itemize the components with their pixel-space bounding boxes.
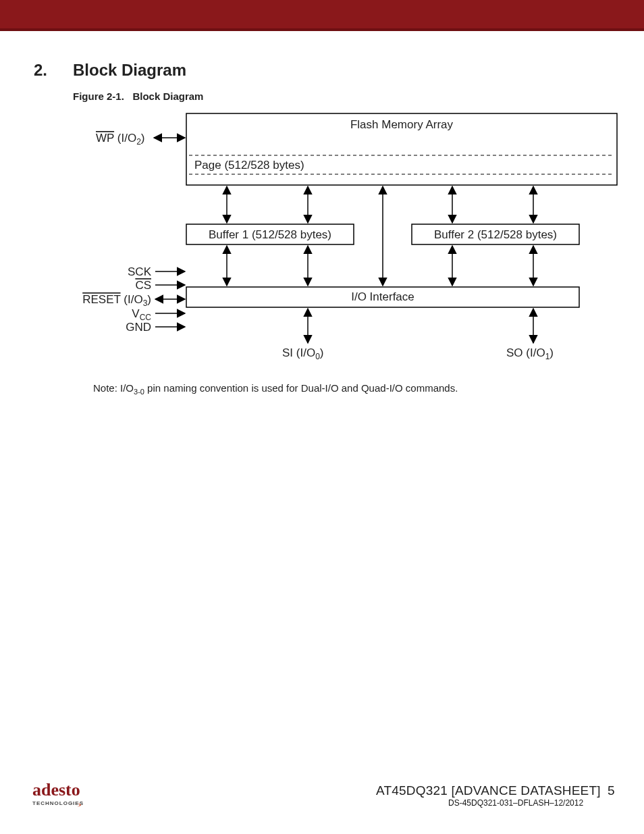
cs-label: CS <box>135 279 151 292</box>
page-label: Page (512/528 bytes) <box>194 159 304 172</box>
flash-title: Flash Memory Array <box>350 118 454 131</box>
logo-swoosh-icon <box>32 801 86 810</box>
so-label: SO (I/O1) <box>506 346 554 361</box>
footer-page: 5 <box>608 783 615 798</box>
buffer2-label: Buffer 2 (512/528 bytes) <box>434 228 557 241</box>
gnd-label: GND <box>126 321 151 334</box>
buffer1-label: Buffer 1 (512/528 bytes) <box>209 228 331 241</box>
vcc-label: VCC <box>132 307 151 322</box>
sck-label: SCK <box>128 265 152 278</box>
reset-label: RESET (I/O3) <box>82 293 151 308</box>
note-text: Note: I/O3-0 pin naming convention is us… <box>93 382 458 396</box>
block-diagram: Flash Memory Array Page (512/528 bytes) … <box>0 0 644 378</box>
footer-title: AT45DQ321 [ADVANCE DATASHEET] <box>376 783 601 798</box>
footer-docnum: DS-45DQ321-031–DFLASH–12/2012 <box>448 798 583 808</box>
io-interface-label: I/O Interface <box>351 290 414 303</box>
si-label: SI (I/O0) <box>282 346 324 361</box>
wp-label: WP (I/O2) <box>96 132 145 147</box>
